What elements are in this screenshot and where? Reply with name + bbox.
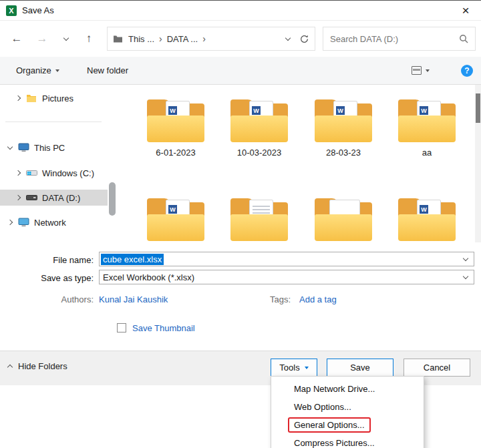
chevron-right-icon: [15, 195, 21, 200]
windows-drive-icon: [25, 168, 37, 178]
sidebar-label: Windows (C:): [42, 168, 94, 178]
folder-tile[interactable]: W: [387, 198, 467, 241]
save-as-type-select[interactable]: Excel Workbook (*.xlsx): [99, 270, 474, 284]
folder-name: 28-03-23: [303, 148, 383, 158]
folder-tile[interactable]: W 6-01-2023: [136, 99, 216, 158]
folder-word-icon: W: [146, 99, 206, 142]
folder-word-icon: W: [313, 99, 373, 142]
hide-folders-label: Hide Folders: [18, 361, 67, 371]
save-as-dialog: X Save As × ← → ↑ This ... › DATA ... ›: [0, 0, 481, 448]
back-button[interactable]: ←: [7, 21, 27, 57]
content-area: Pictures This PC Windows (C:) DATA (D:): [0, 85, 481, 242]
chevron-right-icon: [7, 220, 13, 225]
sidebar-scrollbar-thumb[interactable]: [109, 182, 116, 216]
close-button[interactable]: ×: [450, 1, 481, 20]
chevron-up-icon: [7, 365, 13, 370]
recent-locations-button[interactable]: [56, 21, 76, 57]
menu-item-general-options[interactable]: General Options...: [271, 416, 424, 434]
address-dropdown-button[interactable]: [281, 38, 295, 40]
save-as-type-label: Save as type:: [0, 273, 94, 283]
folder-document-icon: [313, 198, 373, 241]
refresh-icon: [299, 34, 309, 44]
file-list-scrollbar[interactable]: [475, 85, 481, 242]
menu-item-map-network-drive[interactable]: Map Network Drive...: [271, 380, 424, 398]
file-name-label: File name:: [0, 255, 94, 265]
command-toolbar: Organize New folder ?: [0, 57, 481, 85]
tools-label: Tools: [279, 363, 299, 373]
hide-folders-button[interactable]: Hide Folders: [8, 361, 67, 371]
sidebar-item-this-pc[interactable]: This PC: [0, 140, 108, 156]
help-button[interactable]: ?: [461, 57, 473, 84]
tools-button[interactable]: Tools: [271, 359, 317, 377]
folder-tile[interactable]: W: [136, 198, 216, 241]
folder-tile[interactable]: W aa: [387, 99, 467, 158]
this-pc-icon: [17, 142, 29, 153]
sidebar-item-pictures[interactable]: Pictures: [0, 90, 108, 106]
breadcrumb-this-pc[interactable]: This ...: [128, 34, 154, 44]
breadcrumb-separator-icon: ›: [159, 33, 162, 44]
folder-word-icon: W: [397, 198, 457, 241]
chevron-down-icon: [285, 35, 291, 40]
caret-down-icon: [55, 69, 59, 72]
save-button[interactable]: Save: [327, 359, 393, 377]
menu-item-compress-pictures[interactable]: Compress Pictures...: [271, 434, 424, 448]
breadcrumb-separator-icon: ›: [202, 33, 206, 44]
data-drive-icon: [25, 192, 37, 203]
refresh-button[interactable]: [299, 34, 309, 44]
window-title: Save As: [22, 5, 54, 15]
tools-menu: Map Network Drive... Web Options... Gene…: [271, 376, 424, 448]
tags-label: Tags:: [270, 294, 291, 304]
chevron-down-icon[interactable]: [463, 273, 468, 278]
folder-word-icon: W: [229, 99, 289, 142]
chevron-down-icon[interactable]: [463, 255, 468, 260]
folder-tile[interactable]: [303, 198, 383, 241]
search-input[interactable]: [330, 34, 459, 44]
navigation-bar: ← → ↑ This ... › DATA ... ›: [0, 21, 481, 57]
breadcrumb-data-drive[interactable]: DATA ...: [167, 34, 198, 44]
address-bar[interactable]: This ... › DATA ... ›: [107, 27, 315, 51]
folder-name: 6-01-2023: [136, 148, 216, 158]
folder-tile[interactable]: W 28-03-23: [303, 99, 383, 158]
save-as-type-value: Excel Workbook (*.xlsx): [101, 272, 196, 283]
folder-tile[interactable]: W 10-03-2023: [219, 99, 299, 158]
organize-button[interactable]: Organize: [16, 57, 59, 84]
sidebar-item-windows-c[interactable]: Windows (C:): [0, 165, 108, 181]
folder-word-icon: W: [146, 198, 206, 241]
folder-name: 10-03-2023: [219, 148, 299, 158]
chevron-down-icon: [7, 144, 13, 149]
save-thumbnail-checkbox[interactable]: [117, 323, 126, 332]
new-folder-button[interactable]: New folder: [87, 57, 128, 84]
file-name-input[interactable]: cube excel.xlsx: [99, 252, 474, 266]
up-button[interactable]: ↑: [79, 21, 99, 57]
authors-link[interactable]: Kunal Jai Kaushik: [99, 294, 168, 304]
caret-down-icon: [305, 367, 309, 369]
sidebar-label: Network: [34, 218, 66, 228]
pictures-folder-icon: [25, 93, 37, 103]
search-box: [323, 27, 476, 51]
folder-tile[interactable]: [219, 198, 299, 241]
scrollbar-thumb[interactable]: [476, 93, 480, 123]
new-folder-label: New folder: [87, 65, 128, 75]
cancel-button[interactable]: Cancel: [404, 359, 470, 377]
excel-app-icon: X: [6, 5, 17, 16]
sidebar-label: This PC: [34, 143, 65, 153]
caret-down-icon: [426, 69, 430, 72]
chevron-down-icon: [63, 35, 69, 40]
menu-item-web-options[interactable]: Web Options...: [271, 398, 424, 416]
chevron-right-icon: [15, 170, 21, 176]
folder-word-icon: W: [397, 99, 457, 142]
authors-label: Authors:: [0, 294, 94, 304]
menu-item-label: Web Options...: [288, 399, 357, 415]
save-thumbnail-label[interactable]: Save Thumbnail: [132, 323, 195, 333]
add-a-tag-link[interactable]: Add a tag: [299, 294, 337, 304]
help-icon: ?: [461, 65, 473, 77]
file-name-value: cube excel.xlsx: [101, 254, 164, 265]
forward-button[interactable]: →: [32, 21, 52, 57]
sidebar-divider: [5, 122, 102, 122]
sidebar-label: Pictures: [42, 93, 73, 103]
cancel-label: Cancel: [424, 363, 450, 373]
menu-item-label: Map Network Drive...: [288, 381, 381, 397]
sidebar-item-data-d[interactable]: DATA (D:): [0, 190, 108, 206]
sidebar-item-network[interactable]: Network: [0, 214, 108, 230]
view-options-button[interactable]: [412, 57, 430, 84]
